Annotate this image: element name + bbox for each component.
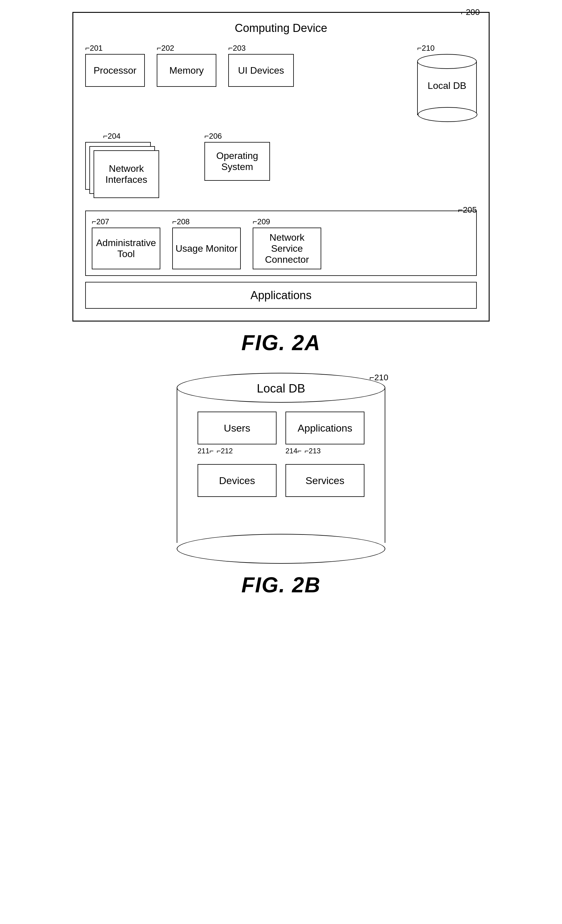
network-service-connector-box: Network Service Connector xyxy=(253,228,321,269)
cylinder-body: Local DB xyxy=(417,62,477,115)
ni-front: NetworkInterfaces xyxy=(94,150,159,198)
ref-210: ⌐210 xyxy=(417,44,435,53)
network-interfaces-wrapper: ⌐204 NetworkInterfaces xyxy=(85,132,163,202)
local-db-label: Local DB xyxy=(427,80,466,91)
ui-devices-wrapper: ⌐203 UI Devices xyxy=(228,44,294,87)
applications-2b-box: Applications xyxy=(285,412,365,444)
network-interfaces-stack: NetworkInterfaces xyxy=(85,142,163,202)
users-wrapper: Users 211⌐ ⌐212 xyxy=(197,412,277,455)
local-db-cylinder: Local DB xyxy=(417,54,477,126)
ref-214: 214⌐ xyxy=(285,447,302,455)
software-layer: ⌐207 AdministrativeTool ⌐208 Usage Monit… xyxy=(85,211,477,276)
admin-tool-box: AdministrativeTool xyxy=(92,228,160,269)
ref-209: ⌐209 xyxy=(253,217,270,226)
cylinder-top xyxy=(417,54,477,69)
ref-208: ⌐208 xyxy=(172,217,190,226)
applications-bar-wrapper: Applications xyxy=(85,282,477,309)
software-layer-wrapper: ⌐205 ⌐207 AdministrativeTool ⌐208 Usage … xyxy=(85,211,477,276)
processor-box: Processor xyxy=(85,54,145,87)
fig2b-label: FIG. 2B xyxy=(241,573,321,597)
os-box: OperatingSystem xyxy=(205,142,270,181)
processor-wrapper: ⌐201 Processor xyxy=(85,44,145,87)
applications-2b-wrapper: Applications 214⌐ ⌐213 xyxy=(285,412,365,455)
top-row: ⌐201 Processor ⌐202 Memory ⌐203 U xyxy=(85,44,477,126)
cylinder-bottom-ellipse xyxy=(418,107,477,122)
devices-wrapper: Devices xyxy=(197,464,277,497)
local-db-cylinder-title: Local DB xyxy=(257,382,305,395)
usage-monitor-wrapper: ⌐208 Usage Monitor xyxy=(172,217,241,269)
admin-tool-wrapper: ⌐207 AdministrativeTool xyxy=(92,217,160,269)
ref-213: ⌐213 xyxy=(305,447,321,455)
memory-wrapper: ⌐202 Memory xyxy=(157,44,216,87)
devices-box: Devices xyxy=(197,464,277,497)
applications-bar: Applications xyxy=(85,282,477,309)
ref-203: ⌐203 xyxy=(228,44,246,53)
ref-201: ⌐201 xyxy=(85,44,103,53)
users-box: Users xyxy=(197,412,277,444)
network-service-connector-wrapper: ⌐209 Network Service Connector xyxy=(253,217,321,269)
page-container: ⌐200 Computing Device ⌐201 Processor ⌐20… xyxy=(43,12,519,597)
ref-206: ⌐206 xyxy=(205,132,222,141)
middle-row: ⌐204 NetworkInterfaces ⌐206 OperatingSys… xyxy=(85,132,477,202)
ref-204: ⌐204 xyxy=(103,132,121,141)
cylinder-grid: Users 211⌐ ⌐212 Applications 214⌐ ⌐213 xyxy=(197,412,365,497)
usage-monitor-box: Usage Monitor xyxy=(172,228,241,269)
memory-box: Memory xyxy=(157,54,216,87)
os-wrapper: ⌐206 OperatingSystem xyxy=(205,132,270,181)
ref-205-corner: ⌐205 xyxy=(458,205,477,215)
local-db-wrapper: ⌐210 Local DB xyxy=(417,44,477,126)
services-box: Services xyxy=(285,464,365,497)
ref-200: ⌐200 xyxy=(461,8,480,17)
ref-211: 211⌐ xyxy=(197,447,214,455)
large-cylinder-bottom-ellipse xyxy=(177,534,385,564)
fig2b-container: ⌐210 Local DB Users 211⌐ ⌐212 xyxy=(43,373,519,597)
ref-212: ⌐212 xyxy=(217,447,233,455)
ui-devices-box: UI Devices xyxy=(228,54,294,87)
fig2a-container: ⌐200 Computing Device ⌐201 Processor ⌐20… xyxy=(43,12,519,355)
ref-202: ⌐202 xyxy=(157,44,174,53)
computing-device-title: Computing Device xyxy=(85,22,477,34)
computing-device-box: ⌐200 Computing Device ⌐201 Processor ⌐20… xyxy=(72,12,490,321)
fig2b-diagram: ⌐210 Local DB Users 211⌐ ⌐212 xyxy=(162,373,400,564)
services-wrapper: Services xyxy=(285,464,365,497)
fig2a-label: FIG. 2A xyxy=(241,330,321,355)
ref-207: ⌐207 xyxy=(92,217,109,226)
